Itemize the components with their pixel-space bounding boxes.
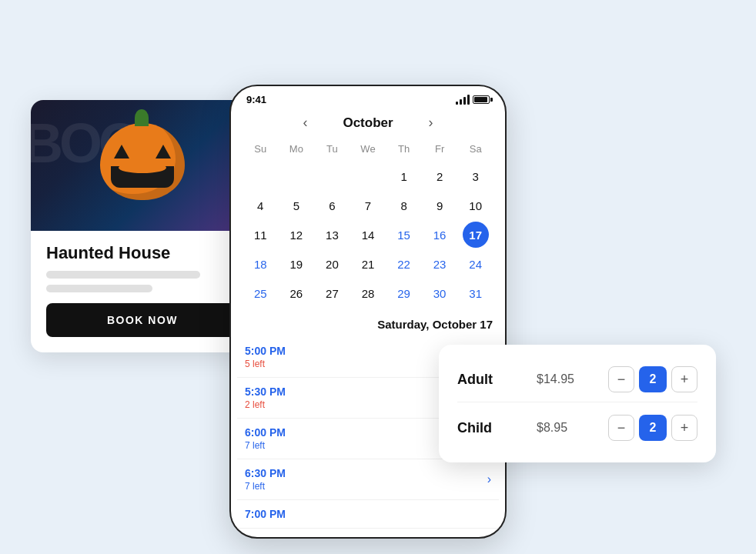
selected-date-label: Saturday, October 17 bbox=[231, 307, 505, 337]
child-increment-button[interactable]: + bbox=[671, 415, 697, 441]
calendar-day[interactable]: 2 bbox=[427, 163, 453, 189]
event-card-image: BOO bbox=[31, 100, 254, 231]
adult-decrement-button[interactable]: − bbox=[608, 366, 634, 392]
adult-ticket-row: Adult $14.95 − 2 + bbox=[457, 360, 697, 399]
adult-quantity: 2 bbox=[639, 366, 667, 392]
pumpkin-graphic bbox=[100, 123, 185, 200]
child-price: $8.95 bbox=[537, 421, 583, 435]
child-ticket-row: Child $8.95 − 2 + bbox=[457, 402, 697, 447]
time-slot-info: 7:00 PM bbox=[245, 508, 286, 520]
cal-day-header: Mo bbox=[279, 140, 314, 161]
calendar-day[interactable]: 25 bbox=[247, 280, 273, 306]
calendar-day[interactable]: 8 bbox=[391, 192, 417, 219]
calendar-day[interactable]: 24 bbox=[463, 251, 489, 277]
time-slot-availability: 5 left bbox=[245, 359, 286, 369]
cal-day-header: Th bbox=[386, 140, 421, 161]
calendar-day[interactable]: 14 bbox=[355, 222, 381, 248]
calendar-day[interactable]: 7 bbox=[355, 192, 381, 219]
calendar-day bbox=[283, 163, 309, 189]
calendar-day[interactable]: 13 bbox=[319, 222, 345, 248]
adult-qty-control: − 2 + bbox=[608, 366, 697, 392]
time-slot-time: 5:30 PM bbox=[245, 385, 286, 398]
calendar-day[interactable]: 27 bbox=[319, 280, 345, 306]
calendar-day[interactable]: 28 bbox=[355, 280, 381, 306]
battery-fill bbox=[474, 97, 487, 102]
signal-bar-3 bbox=[463, 97, 466, 105]
status-icons bbox=[456, 95, 490, 105]
calendar-day bbox=[247, 163, 273, 189]
calendar-day[interactable]: 31 bbox=[463, 280, 489, 306]
time-slot-info: 6:30 PM7 left bbox=[245, 467, 286, 492]
adult-increment-button[interactable]: + bbox=[671, 366, 697, 392]
event-title: Haunted House bbox=[46, 243, 239, 263]
calendar-day[interactable]: 22 bbox=[391, 251, 417, 277]
calendar-day[interactable]: 11 bbox=[247, 222, 273, 248]
calendar-day[interactable]: 9 bbox=[427, 192, 453, 219]
calendar-section: ‹ October › SuMoTuWeThFrSa12345678910111… bbox=[231, 108, 505, 307]
signal-bars-icon bbox=[456, 95, 470, 105]
calendar-day[interactable]: 23 bbox=[427, 251, 453, 277]
calendar-day[interactable]: 26 bbox=[283, 280, 309, 306]
calendar-day[interactable]: 21 bbox=[355, 251, 381, 277]
time-slot[interactable]: 6:30 PM7 left› bbox=[237, 459, 499, 500]
status-bar: 9:41 bbox=[231, 86, 505, 108]
cal-day-header: Sa bbox=[458, 140, 493, 161]
cal-day-header: Su bbox=[243, 140, 278, 161]
cal-day-header: We bbox=[351, 140, 386, 161]
chevron-right-icon: › bbox=[487, 472, 491, 486]
event-subtitle-line-long bbox=[46, 271, 200, 279]
phone-frame: 9:41 ‹ October › SuMoTuWeThFrSa123456789… bbox=[229, 85, 507, 539]
pumpkin-eye-left bbox=[114, 145, 129, 159]
child-label: Child bbox=[457, 420, 511, 436]
calendar-day[interactable]: 17 bbox=[463, 222, 489, 248]
calendar-day[interactable]: 19 bbox=[283, 251, 309, 277]
pumpkin-mouth bbox=[111, 166, 174, 188]
calendar-nav: ‹ October › bbox=[243, 108, 493, 140]
time-slot[interactable]: 7:00 PM bbox=[237, 500, 499, 529]
status-time: 9:41 bbox=[246, 94, 266, 105]
time-slot-time: 6:30 PM bbox=[245, 467, 286, 479]
event-card: BOO Haunted House BOOK NOW bbox=[31, 100, 254, 352]
time-slot-availability: 2 left bbox=[245, 399, 286, 410]
signal-bar-2 bbox=[460, 99, 462, 105]
calendar-day[interactable]: 5 bbox=[283, 192, 309, 219]
signal-bar-1 bbox=[456, 102, 458, 105]
child-qty-control: − 2 + bbox=[608, 415, 697, 441]
calendar-day[interactable]: 1 bbox=[391, 163, 417, 189]
child-quantity: 2 bbox=[639, 415, 667, 441]
calendar-day bbox=[319, 163, 345, 189]
calendar-month: October bbox=[343, 115, 393, 131]
signal-bar-4 bbox=[467, 95, 470, 105]
ticket-panel: Adult $14.95 − 2 + Child $8.95 − 2 + bbox=[439, 345, 716, 462]
calendar-day[interactable]: 30 bbox=[427, 280, 453, 306]
calendar-day[interactable]: 6 bbox=[319, 192, 345, 219]
calendar-day[interactable]: 12 bbox=[283, 222, 309, 248]
adult-price: $14.95 bbox=[537, 372, 583, 386]
time-slot-time: 6:00 PM bbox=[245, 426, 286, 439]
book-now-button[interactable]: BOOK NOW bbox=[46, 303, 239, 337]
adult-label: Adult bbox=[457, 372, 511, 388]
child-decrement-button[interactable]: − bbox=[608, 415, 634, 441]
cal-day-header: Fr bbox=[423, 140, 457, 161]
battery-icon bbox=[473, 95, 490, 104]
calendar-day[interactable]: 10 bbox=[463, 192, 489, 219]
event-subtitle-line-short bbox=[46, 285, 152, 292]
calendar-day[interactable]: 3 bbox=[463, 163, 489, 189]
calendar-next-button[interactable]: › bbox=[424, 115, 438, 131]
time-slot-time: 5:00 PM bbox=[245, 345, 286, 357]
calendar-day bbox=[355, 163, 381, 189]
pumpkin-eye-right bbox=[156, 145, 171, 159]
cal-day-header: Tu bbox=[315, 140, 350, 161]
time-slot-time: 7:00 PM bbox=[245, 508, 286, 520]
calendar-day[interactable]: 20 bbox=[319, 251, 345, 277]
calendar-day[interactable]: 16 bbox=[427, 222, 453, 248]
calendar-prev-button[interactable]: ‹ bbox=[298, 115, 312, 131]
time-slot-info: 5:30 PM2 left bbox=[245, 385, 286, 410]
event-card-body: Haunted House BOOK NOW bbox=[31, 231, 254, 352]
calendar-day[interactable]: 29 bbox=[391, 280, 417, 306]
time-slot-info: 5:00 PM5 left bbox=[245, 345, 286, 369]
calendar-day[interactable]: 15 bbox=[391, 222, 417, 248]
calendar-day[interactable]: 4 bbox=[247, 192, 273, 219]
calendar-grid: SuMoTuWeThFrSa12345678910111213141516171… bbox=[243, 140, 493, 307]
calendar-day[interactable]: 18 bbox=[247, 251, 273, 277]
